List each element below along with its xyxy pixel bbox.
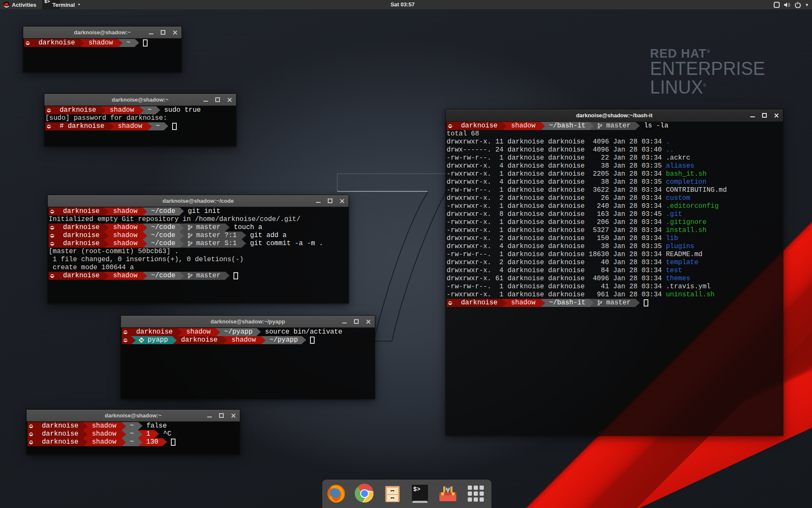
- svg-text:$>: $>: [413, 486, 420, 493]
